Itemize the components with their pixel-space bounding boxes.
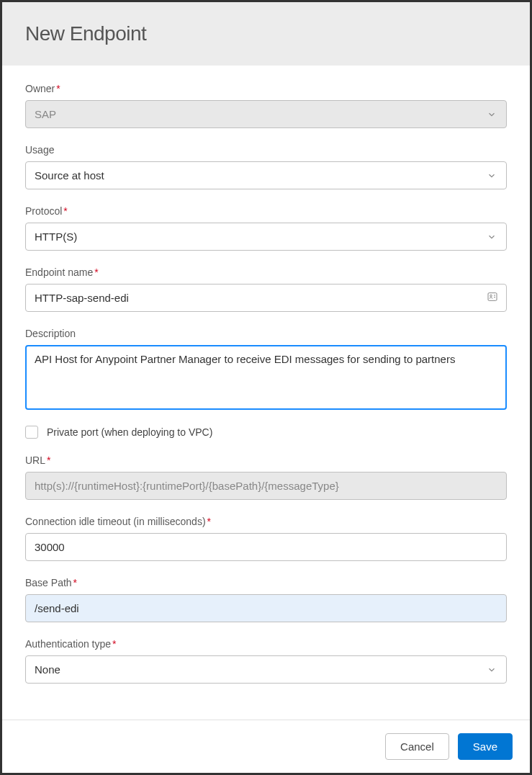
endpoint-name-label: Endpoint name* (25, 266, 507, 278)
required-asterisk: * (112, 638, 116, 650)
contact-card-icon (487, 291, 498, 305)
field-description: Description (25, 328, 507, 413)
protocol-select[interactable]: HTTP(S) (25, 223, 507, 251)
required-asterisk: * (94, 266, 98, 278)
owner-label: Owner* (25, 83, 507, 94)
description-label: Description (25, 328, 507, 339)
description-textarea[interactable] (25, 345, 507, 410)
auth-type-select-wrap: None (25, 655, 507, 684)
usage-select[interactable]: Source at host (25, 161, 507, 189)
owner-label-text: Owner (25, 83, 55, 94)
modal-header: New Endpoint (2, 2, 530, 66)
base-path-input[interactable] (25, 594, 507, 622)
save-button[interactable]: Save (458, 733, 513, 760)
auth-type-label: Authentication type* (25, 638, 507, 650)
required-asterisk: * (47, 454, 50, 466)
field-base-path: Base Path* (25, 577, 507, 622)
endpoint-name-label-text: Endpoint name (25, 266, 93, 278)
protocol-label: Protocol* (25, 205, 507, 217)
owner-select: SAP (25, 100, 507, 128)
base-path-label: Base Path* (25, 577, 507, 588)
cancel-button[interactable]: Cancel (385, 733, 449, 760)
protocol-label-text: Protocol (25, 205, 62, 217)
form-body: Owner* SAP Usage Source at host Protocol… (2, 66, 530, 720)
connection-timeout-label: Connection idle timeout (in milliseconds… (25, 516, 507, 527)
required-asterisk: * (73, 577, 77, 588)
url-label: URL* (25, 454, 507, 466)
usage-label: Usage (25, 144, 507, 156)
required-asterisk: * (56, 83, 60, 94)
required-asterisk: * (63, 205, 67, 217)
endpoint-name-wrap (25, 284, 507, 312)
svg-rect-0 (488, 292, 497, 300)
private-port-label: Private port (when deploying to VPC) (47, 426, 212, 438)
field-protocol: Protocol* HTTP(S) (25, 205, 507, 251)
url-label-text: URL (25, 454, 45, 466)
connection-timeout-label-text: Connection idle timeout (in milliseconds… (25, 516, 206, 527)
field-connection-timeout: Connection idle timeout (in milliseconds… (25, 516, 507, 561)
private-port-checkbox[interactable] (25, 426, 38, 439)
url-input (25, 472, 507, 500)
private-port-row: Private port (when deploying to VPC) (25, 426, 507, 439)
auth-type-label-text: Authentication type (25, 638, 111, 650)
required-asterisk: * (207, 516, 211, 527)
page-title: New Endpoint (25, 22, 507, 45)
field-usage: Usage Source at host (25, 144, 507, 189)
svg-point-1 (490, 295, 492, 297)
base-path-label-text: Base Path (25, 577, 72, 588)
field-url: URL* (25, 454, 507, 500)
usage-select-wrap: Source at host (25, 161, 507, 189)
endpoint-name-input[interactable] (25, 284, 507, 312)
field-auth-type: Authentication type* None (25, 638, 507, 684)
modal-footer: Cancel Save (2, 720, 530, 773)
connection-timeout-input[interactable] (25, 533, 507, 561)
auth-type-select[interactable]: None (25, 655, 507, 684)
field-owner: Owner* SAP (25, 83, 507, 128)
field-endpoint-name: Endpoint name* (25, 266, 507, 312)
protocol-select-wrap: HTTP(S) (25, 223, 507, 251)
owner-select-wrap: SAP (25, 100, 507, 128)
